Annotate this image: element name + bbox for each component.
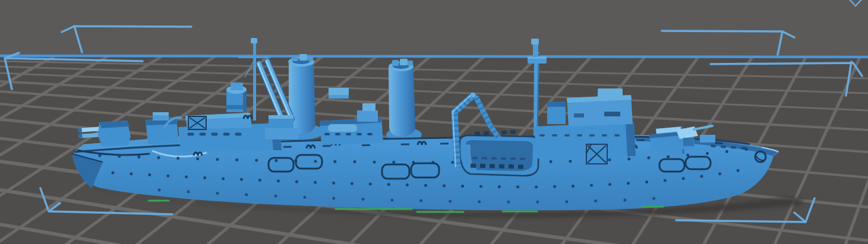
front-boundary-line xyxy=(0,56,868,57)
funnel-pipe xyxy=(299,54,307,61)
aft-funnel-body xyxy=(389,66,415,137)
viewport[interactable] xyxy=(0,0,868,244)
funnel-pipe xyxy=(400,59,408,65)
window-slot xyxy=(574,113,584,118)
window-slot xyxy=(604,112,620,116)
derrick-tip xyxy=(471,93,475,97)
funnel-pipe xyxy=(392,60,399,66)
funnel-pipe xyxy=(292,55,298,61)
foremast-top xyxy=(251,38,257,43)
viewport-canvas[interactable] xyxy=(0,0,868,244)
foremast-yardarm xyxy=(238,56,270,58)
ship-boat xyxy=(328,124,357,132)
foremast-pole xyxy=(253,42,256,121)
funnel-pipe xyxy=(408,61,413,66)
funnel-pipe xyxy=(308,56,313,61)
main-mast-top xyxy=(531,39,539,45)
